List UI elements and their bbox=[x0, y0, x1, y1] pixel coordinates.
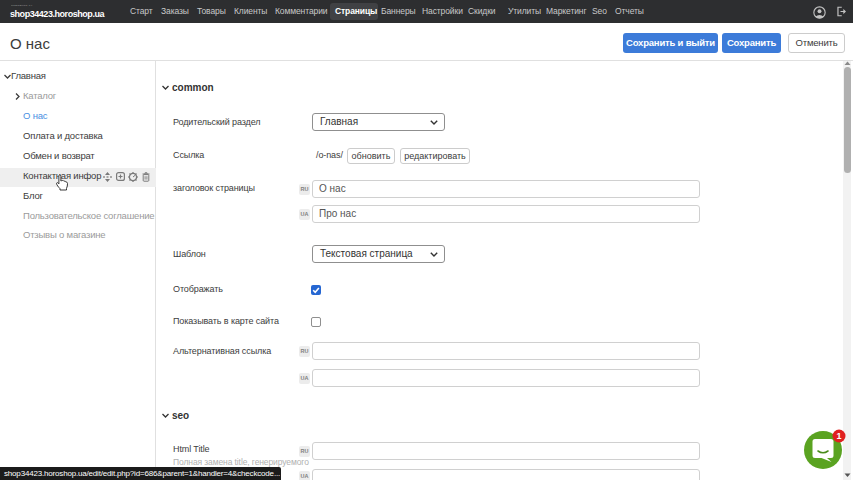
svg-text:1: 1 bbox=[836, 431, 841, 441]
